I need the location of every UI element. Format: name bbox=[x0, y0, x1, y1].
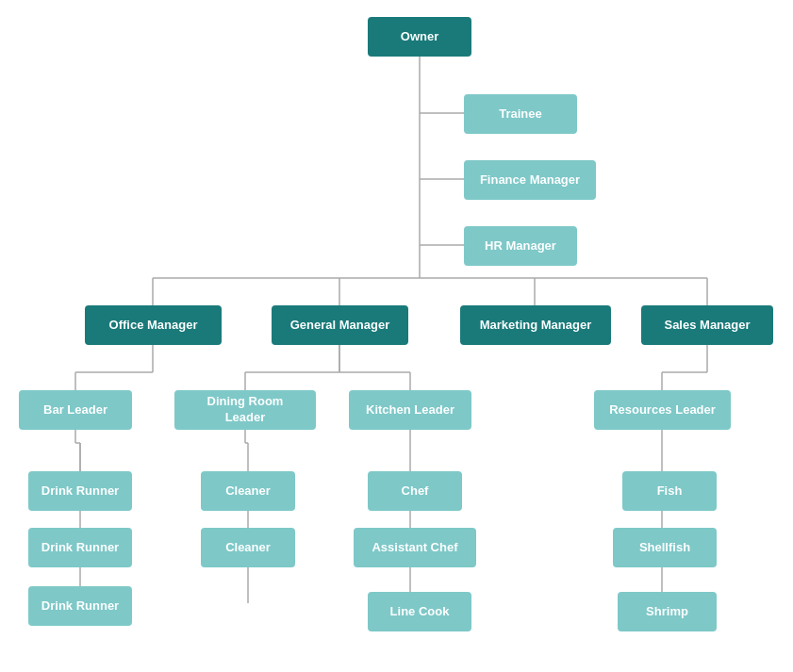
sales-manager-node: Sales Manager bbox=[641, 305, 773, 345]
bar-leader-node: Bar Leader bbox=[19, 390, 132, 430]
resources-leader-node: Resources Leader bbox=[594, 390, 731, 430]
owner-label: Owner bbox=[401, 29, 438, 45]
trainee-node: Trainee bbox=[464, 94, 577, 134]
resources-leader-label: Resources Leader bbox=[609, 402, 716, 418]
chef-node: Chef bbox=[368, 471, 462, 511]
owner-node: Owner bbox=[368, 17, 471, 57]
drink-runner-1-label: Drink Runner bbox=[41, 484, 119, 500]
fish-node: Fish bbox=[622, 471, 717, 511]
shrimp-node: Shrimp bbox=[618, 592, 717, 631]
cleaner-2-label: Cleaner bbox=[225, 540, 271, 556]
finance-manager-node: Finance Manager bbox=[464, 160, 596, 200]
drink-runner-1-node: Drink Runner bbox=[28, 471, 132, 511]
drink-runner-3-label: Drink Runner bbox=[41, 598, 119, 615]
general-manager-label: General Manager bbox=[290, 318, 390, 334]
office-manager-node: Office Manager bbox=[85, 305, 222, 345]
dining-room-leader-label: Dining Room Leader bbox=[186, 394, 305, 426]
bar-leader-label: Bar Leader bbox=[43, 402, 107, 418]
shrimp-label: Shrimp bbox=[646, 604, 688, 620]
dining-room-leader-node: Dining Room Leader bbox=[174, 390, 316, 430]
drink-runner-2-node: Drink Runner bbox=[28, 528, 132, 567]
assistant-chef-label: Assistant Chef bbox=[372, 540, 457, 556]
sales-manager-label: Sales Manager bbox=[664, 318, 750, 334]
cleaner-1-label: Cleaner bbox=[225, 484, 271, 500]
cleaner-2-node: Cleaner bbox=[201, 528, 295, 567]
shellfish-node: Shellfish bbox=[613, 528, 717, 567]
line-cook-node: Line Cook bbox=[368, 592, 471, 631]
hr-manager-label: HR Manager bbox=[485, 238, 556, 254]
org-chart: Owner Trainee Finance Manager HR Manager… bbox=[0, 0, 793, 672]
marketing-manager-node: Marketing Manager bbox=[460, 305, 611, 345]
assistant-chef-node: Assistant Chef bbox=[354, 528, 476, 567]
drink-runner-3-node: Drink Runner bbox=[28, 586, 132, 626]
general-manager-node: General Manager bbox=[272, 305, 408, 345]
office-manager-label: Office Manager bbox=[109, 318, 198, 334]
chef-label: Chef bbox=[402, 484, 429, 500]
kitchen-leader-node: Kitchen Leader bbox=[349, 390, 471, 430]
kitchen-leader-label: Kitchen Leader bbox=[366, 402, 454, 418]
trainee-label: Trainee bbox=[499, 107, 542, 123]
line-cook-label: Line Cook bbox=[390, 604, 450, 620]
hr-manager-node: HR Manager bbox=[464, 226, 577, 266]
marketing-manager-label: Marketing Manager bbox=[480, 318, 591, 334]
finance-manager-label: Finance Manager bbox=[480, 172, 580, 188]
drink-runner-2-label: Drink Runner bbox=[41, 540, 119, 556]
shellfish-label: Shellfish bbox=[639, 540, 690, 556]
cleaner-1-node: Cleaner bbox=[201, 471, 295, 511]
fish-label: Fish bbox=[657, 484, 683, 500]
